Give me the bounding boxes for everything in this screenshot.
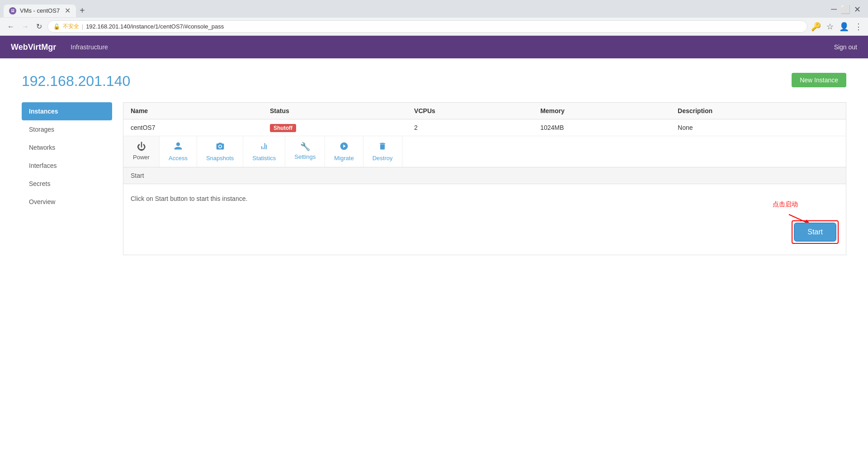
sidebar-item-networks[interactable]: Networks (22, 138, 112, 157)
statistics-icon (259, 142, 269, 153)
browser-chrome: 🖥 VMs - centOS7 ✕ + ─ ⬜ ✕ ← → ↻ 🔓 不安全 | … (0, 0, 868, 36)
key-icon: 🔑 (811, 22, 821, 32)
migrate-icon (340, 142, 349, 153)
col-vcpus: VCPUs (407, 103, 533, 119)
address-bar-row: ← → ↻ 🔓 不安全 | 192.168.201.140/instance/1… (0, 18, 868, 35)
main-panel: Name Status VCPUs Memory Description cen… (123, 102, 846, 255)
close-window-button[interactable]: ✕ (854, 5, 861, 14)
instance-status: Shutoff (263, 119, 407, 136)
tab-close-button[interactable]: ✕ (65, 7, 71, 14)
tab-migrate[interactable]: Migrate (325, 136, 363, 167)
settings-icon-alt: 🔧 (300, 142, 310, 152)
annotation-text: 点击启动 (773, 200, 798, 209)
security-label: 不安全 (63, 23, 79, 30)
tab-access-label: Access (169, 155, 188, 162)
page-content: 192.168.201.140 New Instance Instances S… (0, 58, 868, 466)
forward-button[interactable]: → (20, 22, 31, 32)
signout-link[interactable]: Sign out (834, 43, 857, 51)
tab-destroy-label: Destroy (373, 155, 393, 162)
start-button-wrapper: Start (792, 220, 839, 244)
power-panel-footer: 点击启动 (123, 220, 846, 255)
brand-name[interactable]: WebVirtMgr (11, 43, 56, 52)
security-icon: 🔓 (53, 24, 60, 30)
main-layout: Instances Storages Networks Interfaces S… (22, 102, 846, 255)
tab-power[interactable]: ⏻ Power (123, 136, 160, 167)
tab-snapshots[interactable]: Snapshots (197, 136, 243, 167)
maximize-button[interactable]: ⬜ (840, 5, 850, 14)
page-title: 192.168.201.140 (22, 73, 130, 90)
star-icon[interactable]: ☆ (826, 22, 834, 32)
instance-memory: 1024MB (533, 119, 670, 136)
col-description: Description (670, 103, 846, 119)
tab-access[interactable]: Access (160, 136, 197, 167)
tab-settings[interactable]: 🔧 Settings (285, 136, 325, 167)
sidebar: Instances Storages Networks Interfaces S… (22, 102, 112, 255)
infrastructure-nav[interactable]: Infrastructure (67, 43, 111, 51)
sidebar-item-storages[interactable]: Storages (22, 120, 112, 138)
tab-statistics-label: Statistics (252, 155, 276, 162)
instance-vcpus: 2 (407, 119, 533, 136)
power-panel-body: Click on Start button to start this inst… (123, 184, 846, 220)
info-text: Click on Start button to start this inst… (131, 195, 247, 202)
sidebar-item-interfaces[interactable]: Interfaces (22, 157, 112, 175)
power-icon: ⏻ (137, 142, 146, 152)
menu-icon[interactable]: ⋮ (854, 22, 863, 32)
sidebar-item-instances[interactable]: Instances (22, 102, 112, 120)
page-header: 192.168.201.140 New Instance (22, 73, 846, 90)
tab-favicon: 🖥 (9, 7, 16, 14)
status-badge: Shutoff (270, 124, 296, 132)
reload-button[interactable]: ↻ (34, 21, 44, 32)
power-panel-header: Start (123, 167, 846, 184)
tab-settings-label: Settings (294, 153, 316, 160)
sidebar-item-overview[interactable]: Overview (22, 193, 112, 211)
minimize-button[interactable]: ─ (831, 5, 837, 14)
destroy-icon (378, 142, 387, 153)
url-text: 192.168.201.140/instance/1/centOS7/#cons… (86, 23, 224, 30)
instance-name: centOS7 (123, 119, 263, 136)
tab-migrate-label: Migrate (334, 155, 354, 162)
start-button[interactable]: Start (794, 223, 836, 242)
col-status: Status (263, 103, 407, 119)
app-navbar: WebVirtMgr Infrastructure Sign out (0, 36, 868, 58)
start-button-area: 点击启动 (792, 220, 839, 244)
address-bar[interactable]: 🔓 不安全 | 192.168.201.140/instance/1/centO… (47, 20, 807, 33)
table-row[interactable]: centOS7 Shutoff 2 1024MB None (123, 119, 846, 136)
instance-description: None (670, 119, 846, 136)
new-tab-button[interactable]: + (76, 4, 89, 18)
url-separator: | (82, 24, 83, 30)
access-icon (174, 142, 183, 153)
snapshots-icon (216, 142, 225, 153)
sidebar-item-secrets[interactable]: Secrets (22, 175, 112, 193)
back-button[interactable]: ← (5, 22, 16, 32)
window-controls: ─ ⬜ ✕ (831, 5, 864, 17)
tab-snapshots-label: Snapshots (206, 155, 234, 162)
col-name: Name (123, 103, 263, 119)
account-icon[interactable]: 👤 (839, 22, 849, 32)
power-panel: Start Click on Start button to start thi… (123, 167, 846, 255)
instances-table: Name Status VCPUs Memory Description cen… (123, 102, 846, 136)
action-tabs: ⏻ Power Access Snapshots (123, 136, 846, 167)
new-instance-button[interactable]: New Instance (792, 73, 846, 87)
tab-title: VMs - centOS7 (20, 7, 60, 14)
tab-power-label: Power (133, 154, 150, 161)
power-panel-title: Start (131, 172, 144, 179)
toolbar-icons: 🔑 ☆ 👤 ⋮ (811, 22, 863, 32)
tab-statistics[interactable]: Statistics (243, 136, 285, 167)
tab-destroy[interactable]: Destroy (363, 136, 402, 167)
browser-tab[interactable]: 🖥 VMs - centOS7 ✕ (4, 5, 76, 17)
col-memory: Memory (533, 103, 670, 119)
